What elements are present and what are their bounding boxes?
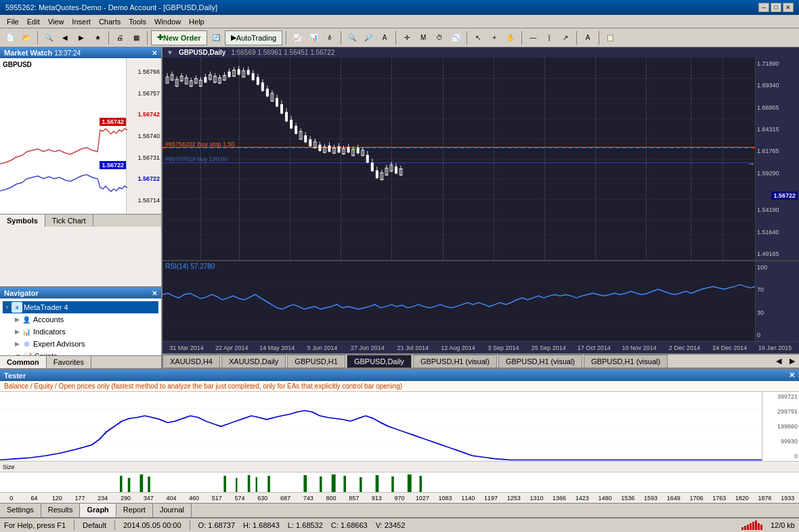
tb-auto[interactable]: A [377,30,392,45]
tester-tab-graph[interactable]: Graph [80,504,116,517]
tb-zplus[interactable]: 🔎 [361,30,376,45]
chart-tab-gbpusd-h1[interactable]: GBPUSD,H1 [287,355,345,368]
chart-tab-next[interactable]: ▶ [785,355,799,367]
menu-charts[interactable]: Charts [95,16,125,27]
market-watch-close[interactable]: ✕ [152,49,157,57]
menu-insert[interactable]: Insert [68,16,95,27]
chart-tab-gbpusd-daily[interactable]: GBPUSD,Daily [347,355,412,368]
tb-time[interactable]: ⏱ [432,30,447,45]
chart-tab-xauusd-daily[interactable]: XAUUSD,Daily [221,355,286,368]
tb-chart-type1[interactable]: ▦ [129,30,144,45]
chart-tab-prev[interactable]: ◀ [772,355,785,367]
tester-close[interactable]: ✕ [789,371,795,380]
tb-vol[interactable]: 📉 [448,30,463,45]
status-volume: V: 23452 [376,521,406,529]
nav-item-scripts[interactable]: ▼ 📝 Scripts [3,350,158,355]
tb-open[interactable]: 📂 [19,30,34,45]
metatrader4-icon: 4 [12,302,22,313]
menu-window[interactable]: Window [150,16,185,27]
menu-help[interactable]: Help [185,16,209,27]
chart-tab-xauusd-h4[interactable]: XAUUSD,H4 [163,355,220,368]
new-order-button[interactable]: ✚ New Order [151,30,207,45]
status-low: L: 1.68532 [288,521,323,529]
tb-refresh[interactable]: 🔄 [209,30,223,45]
tb-print[interactable]: 🖨 [112,30,127,45]
tb-cursor[interactable]: ↖ [471,30,485,45]
tb-line[interactable]: 📈 [290,30,305,45]
date-axis: 31 Mar 2014 22 Apr 2014 14 May 2014 5 Ju… [163,341,799,353]
tb-sep-3 [147,31,148,45]
menu-file[interactable]: File [3,16,23,27]
market-watch-title: Market Watch 13:37:24 [4,49,81,57]
chart-tab-gbpusd-h1-v1[interactable]: GBPUSD,H1 (visual) [413,355,497,368]
mw-tab-symbols[interactable]: Symbols [0,215,45,227]
autotrading-button[interactable]: ▶ AutoTrading [225,30,283,45]
tb-sep-9 [576,31,577,45]
close-button[interactable]: ✕ [783,3,794,12]
tb-cross[interactable]: + [487,30,502,45]
svg-rect-122 [391,476,394,492]
tb-crosshair[interactable]: ✛ [400,30,414,45]
tb-vline[interactable]: | [542,30,557,45]
svg-rect-113 [248,475,251,492]
market-watch: Market Watch 13:37:24 ✕ GBPUSD 1.56766 1… [0,47,161,288]
nav-item-indicators[interactable]: ▶ 📊 Indicators [3,326,158,338]
tester-tab-report[interactable]: Report [116,504,153,517]
tester-x-axis: 0 64 120 177 234 290 347 404 460 517 574… [0,492,799,503]
nav-item-metatrader4[interactable]: ▼ 4 MetaTrader 4 [3,301,158,313]
tb-templates[interactable]: 📋 [603,30,618,45]
menu-view[interactable]: View [44,16,68,27]
menu-tools[interactable]: Tools [125,16,150,27]
accounts-icon: 👤 [21,314,32,325]
tester-tab-journal[interactable]: Journal [153,504,192,517]
status-open: O: 1.68737 [198,521,235,529]
tb-sep-2 [108,31,109,45]
nav-tab-common[interactable]: Common [0,356,47,368]
svg-rect-121 [376,475,379,492]
tb-text-a[interactable]: A [580,30,595,45]
svg-rect-115 [267,476,270,492]
nav-tab-favorites[interactable]: Favorites [47,356,91,368]
chart-tab-nav: ◀ ▶ [772,355,799,367]
chart-tab-gbpusd-h1-v3[interactable]: GBPUSD,H1 (visual) [584,355,668,368]
tb-new-chart[interactable]: 📄 [3,30,18,45]
nav-tree: ▼ 4 MetaTrader 4 ▶ 👤 Accounts ▶ [0,298,161,355]
tester-tab-settings[interactable]: Settings [0,504,41,517]
nav-item-accounts[interactable]: ▶ 👤 Accounts [3,313,158,326]
mw-tab-tick[interactable]: Tick Chart [45,215,93,227]
nav-tabs: Common Favorites [0,355,161,368]
tb-back[interactable]: ◀ [58,30,72,45]
chart-area: ▼ GBPUSD,Daily 1:56569 1.56961 1.56451 1… [163,47,799,368]
chart-tab-gbpusd-h1-v2[interactable]: GBPUSD,H1 (visual) [498,355,582,368]
tb-sep-1 [37,31,38,45]
status-sep-1 [74,520,74,530]
navigator-close[interactable]: ✕ [152,290,157,297]
tester-size-label: Size [3,464,15,470]
tester-header: Tester ✕ [0,370,799,381]
maximize-button[interactable]: □ [771,3,781,12]
tb-zoom-in[interactable]: 🔍 [41,30,56,45]
tb-bar[interactable]: 📊 [306,30,321,45]
svg-rect-108 [128,478,131,492]
tb-period[interactable]: M [416,30,431,45]
tester-title: Tester [4,372,26,380]
rsi-panel: RSI(14) 57.2780 100 70 30 0 [163,260,799,341]
tb-hand[interactable]: ✋ [503,30,518,45]
tb-tline[interactable]: ↗ [558,30,573,45]
minimize-button[interactable]: ─ [758,3,769,12]
tb-candle[interactable]: 🕯 [322,30,337,45]
tb-hline[interactable]: — [525,30,540,45]
svg-rect-110 [148,476,150,492]
nav-item-ea[interactable]: ▶ ⚙ Expert Advisors [3,338,158,350]
tb-forward[interactable]: ▶ [74,30,89,45]
tb-fav[interactable]: ★ [90,30,105,45]
mw-tabs: Symbols Tick Chart [0,214,161,227]
svg-rect-123 [408,474,412,492]
menu-edit[interactable]: Edit [23,16,44,27]
tester-tab-results[interactable]: Results [41,504,81,517]
navigator-header: Navigator ✕ [0,288,161,298]
svg-rect-124 [420,476,423,492]
current-price-tag: 1.56722 [771,192,798,200]
svg-rect-109 [140,474,144,492]
tb-zminus[interactable]: 🔍 [345,30,360,45]
